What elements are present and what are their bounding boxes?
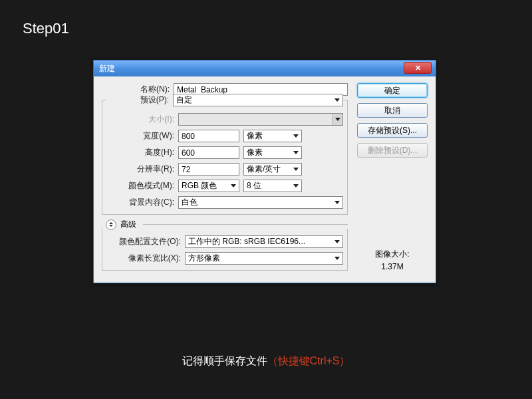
profile-select[interactable]: 工作中的 RGB: sRGB IEC6196... [185,235,343,248]
chevron-down-icon [291,147,301,158]
chevron-down-icon [228,180,239,192]
delete-preset-button: 删除预设(D)... [357,143,428,158]
preset-label: 预设(P): [106,94,173,106]
height-label: 高度(H): [106,147,178,158]
chevron-down-icon [291,130,301,142]
cancel-button[interactable]: 取消 [357,103,428,118]
chevron-down-icon [109,225,113,227]
color-mode-value: RGB 颜色 [182,180,217,192]
resolution-unit-select[interactable]: 像素/英寸 [243,163,302,176]
aspect-select[interactable]: 方形像素 [185,252,343,265]
size-label: 大小(I): [106,114,178,125]
image-size-value: 1.37M [357,261,428,273]
footnote-text: 记得顺手保存文件 [182,355,267,366]
chevron-down-icon [332,94,342,106]
color-mode-select[interactable]: RGB 颜色 [178,180,239,192]
preset-select[interactable]: 自定 [173,94,343,106]
bg-value: 白色 [182,197,198,208]
profile-label: 颜色配置文件(O): [106,236,185,247]
preset-value: 自定 [176,94,192,106]
footnote: 记得顺手保存文件（快捷键Ctrl+S） [0,354,532,368]
footnote-hint: （快捷键Ctrl+S） [267,355,350,366]
chevron-down-icon [291,164,301,175]
bg-label: 背景内容(C): [106,197,178,208]
dialog-title: 新建 [99,63,115,74]
titlebar[interactable]: 新建 ✕ [94,61,436,76]
ok-button[interactable]: 确定 [357,83,428,98]
color-mode-label: 颜色模式(M): [106,180,178,192]
chevron-down-icon [332,114,342,125]
bit-depth-value: 8 位 [247,180,261,192]
width-unit-select[interactable]: 像素 [243,130,302,142]
resolution-label: 分辨率(R): [106,164,178,175]
advanced-group: 颜色配置文件(O): 工作中的 RGB: sRGB IEC6196... 像素长… [102,229,348,271]
aspect-value: 方形像素 [188,253,220,264]
resolution-input[interactable] [178,163,239,176]
close-button[interactable]: ✕ [404,62,432,74]
close-icon: ✕ [415,64,421,72]
preset-group: 预设(P): 自定 大小(I): 宽度(W): [102,100,348,215]
save-preset-button[interactable]: 存储预设(S)... [357,123,428,138]
height-unit-value: 像素 [247,147,263,158]
new-document-dialog: 新建 ✕ 名称(N): 预设(P): 自定 [93,60,436,283]
height-unit-select[interactable]: 像素 [243,146,302,159]
width-label: 宽度(W): [106,130,178,142]
chevron-down-icon [332,236,342,247]
chevron-down-icon [332,253,342,264]
bit-depth-select[interactable]: 8 位 [243,180,302,192]
step-label: Step01 [23,20,69,37]
width-input[interactable] [178,130,239,142]
chevron-down-icon [332,197,342,208]
aspect-label: 像素长宽比(X): [106,253,185,264]
bg-select[interactable]: 白色 [178,196,343,209]
chevron-down-icon [291,180,301,192]
image-size-info: 图像大小: 1.37M [357,248,428,273]
divider [143,224,348,225]
image-size-label: 图像大小: [357,248,428,261]
width-unit-value: 像素 [247,130,263,142]
profile-value: 工作中的 RGB: sRGB IEC6196... [188,236,305,247]
chevron-up-icon [109,222,113,224]
resolution-unit-value: 像素/英寸 [247,164,281,175]
height-input[interactable] [178,146,239,159]
size-select [178,113,343,126]
